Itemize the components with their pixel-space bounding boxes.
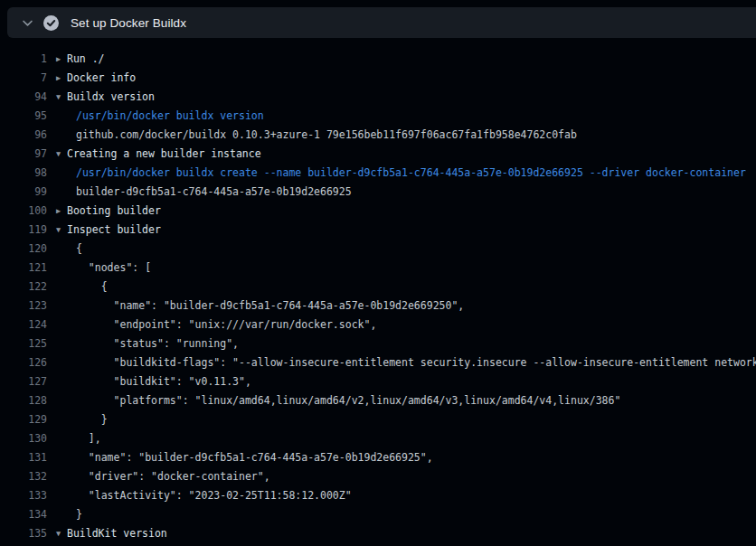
line-number[interactable]: 96 <box>0 126 47 145</box>
group-label: Creating a new builder instance <box>67 147 261 160</box>
group-label: Buildx version <box>67 90 155 103</box>
log-line: 130 ], <box>0 429 756 448</box>
group-toggle[interactable]: ▶Docker info <box>47 69 756 88</box>
log-line: 123 "name": "builder-d9cfb5a1-c764-445a-… <box>0 297 756 315</box>
log-line: 121 "nodes": [ <box>0 259 756 278</box>
log-line: 125 "status": "running", <box>0 334 756 353</box>
log-text: "platforms": "linux/amd64,linux/amd64/v2… <box>47 391 756 410</box>
group-toggle[interactable]: ▼Buildx version <box>47 88 756 107</box>
line-number[interactable]: 98 <box>0 164 47 183</box>
group-label: Inspect builder <box>67 223 161 236</box>
chevron-down-icon <box>21 16 33 29</box>
check-circle-icon <box>43 15 59 31</box>
line-number[interactable]: 100 <box>0 202 47 221</box>
line-number[interactable]: 133 <box>0 486 47 505</box>
actions-log-viewer: Set up Docker Buildx 1 ▶Run ./ 7 ▶Docker… <box>0 0 756 546</box>
triangle-down-icon: ▼ <box>56 524 67 543</box>
line-number[interactable]: 129 <box>0 410 47 429</box>
line-number[interactable]: 130 <box>0 429 47 448</box>
log-line: 1 ▶Run ./ <box>0 50 756 69</box>
log-text: { <box>47 278 756 297</box>
line-number[interactable]: 94 <box>0 88 47 107</box>
log-text: "lastActivity": "2023-02-25T11:58:12.000… <box>47 486 756 505</box>
triangle-right-icon: ▶ <box>56 69 67 88</box>
line-number[interactable]: 124 <box>0 315 47 334</box>
line-number[interactable]: 122 <box>0 278 47 297</box>
line-number[interactable]: 135 <box>0 524 47 543</box>
line-number[interactable]: 131 <box>0 448 47 467</box>
line-number[interactable]: 121 <box>0 259 47 278</box>
log-text: "status": "running", <box>47 334 756 353</box>
log-text: } <box>47 505 756 524</box>
log-line: 129 } <box>0 410 756 429</box>
line-number[interactable]: 126 <box>0 353 47 372</box>
log-text: /usr/bin/docker buildx create --name bui… <box>47 164 756 183</box>
group-toggle[interactable]: ▼Creating a new builder instance <box>47 145 756 164</box>
log-line: 132 "driver": "docker-container", <box>0 467 756 486</box>
log-line: 135 ▼BuildKit version <box>0 524 756 543</box>
log-text: "driver": "docker-container", <box>47 467 756 486</box>
log-line: 97 ▼Creating a new builder instance <box>0 145 756 164</box>
log-output: 1 ▶Run ./ 7 ▶Docker info 94 ▼Buildx vers… <box>0 38 756 546</box>
group-toggle[interactable]: ▶Run ./ <box>47 50 756 69</box>
log-line: 133 "lastActivity": "2023-02-25T11:58:12… <box>0 486 756 505</box>
log-text: { <box>47 240 756 259</box>
group-label: Docker info <box>67 71 136 84</box>
group-label: Run ./ <box>67 52 105 65</box>
log-text: "nodes": [ <box>47 259 756 278</box>
triangle-down-icon: ▼ <box>56 145 67 164</box>
step-header[interactable]: Set up Docker Buildx <box>7 7 756 38</box>
log-line: 98 /usr/bin/docker buildx create --name … <box>0 164 756 183</box>
line-number[interactable]: 97 <box>0 145 47 164</box>
group-label: BuildKit version <box>67 527 167 540</box>
log-line: 95 /usr/bin/docker buildx version <box>0 107 756 126</box>
group-toggle[interactable]: ▼Inspect builder <box>47 221 756 240</box>
line-number[interactable]: 119 <box>0 221 47 240</box>
line-number[interactable]: 128 <box>0 391 47 410</box>
log-text: "buildkitd-flags": "--allow-insecure-ent… <box>47 353 756 372</box>
log-line: 131 "name": "builder-d9cfb5a1-c764-445a-… <box>0 448 756 467</box>
log-line: 100 ▶Booting builder <box>0 202 756 221</box>
line-number[interactable]: 127 <box>0 372 47 391</box>
log-line: 134 } <box>0 505 756 524</box>
log-text: github.com/docker/buildx 0.10.3+azure-1 … <box>47 126 756 145</box>
log-line: 127 "buildkit": "v0.11.3", <box>0 372 756 391</box>
log-text: "buildkit": "v0.11.3", <box>47 372 756 391</box>
triangle-right-icon: ▶ <box>56 50 67 69</box>
line-number[interactable]: 120 <box>0 240 47 259</box>
group-label: Booting builder <box>67 204 161 217</box>
step-title: Set up Docker Buildx <box>71 16 186 30</box>
log-line: 99 builder-d9cfb5a1-c764-445a-a57e-0b19d… <box>0 183 756 202</box>
log-text: "name": "builder-d9cfb5a1-c764-445a-a57e… <box>47 297 756 315</box>
line-number[interactable]: 134 <box>0 505 47 524</box>
log-line: 124 "endpoint": "unix:///var/run/docker.… <box>0 315 756 334</box>
log-text: /usr/bin/docker buildx version <box>47 107 756 126</box>
log-text: ], <box>47 429 756 448</box>
log-line: 120 { <box>0 240 756 259</box>
log-line: 96 github.com/docker/buildx 0.10.3+azure… <box>0 126 756 145</box>
log-line: 128 "platforms": "linux/amd64,linux/amd6… <box>0 391 756 410</box>
line-number[interactable]: 1 <box>0 50 47 69</box>
triangle-right-icon: ▶ <box>56 202 67 221</box>
log-text: "name": "builder-d9cfb5a1-c764-445a-a57e… <box>47 448 756 467</box>
triangle-down-icon: ▼ <box>56 88 67 107</box>
line-number[interactable]: 125 <box>0 334 47 353</box>
line-number[interactable]: 95 <box>0 107 47 126</box>
line-number[interactable]: 7 <box>0 69 47 88</box>
log-text: builder-d9cfb5a1-c764-445a-a57e-0b19d2e6… <box>47 183 756 202</box>
line-number[interactable]: 99 <box>0 183 47 202</box>
line-number[interactable]: 123 <box>0 297 47 315</box>
line-number[interactable]: 132 <box>0 467 47 486</box>
triangle-down-icon: ▼ <box>56 221 67 240</box>
group-toggle[interactable]: ▼BuildKit version <box>47 524 756 543</box>
log-text: } <box>47 410 756 429</box>
log-text: "endpoint": "unix:///var/run/docker.sock… <box>47 315 756 334</box>
log-line: 119 ▼Inspect builder <box>0 221 756 240</box>
log-line: 122 { <box>0 278 756 297</box>
log-line: 94 ▼Buildx version <box>0 88 756 107</box>
group-toggle[interactable]: ▶Booting builder <box>47 202 756 221</box>
log-line: 126 "buildkitd-flags": "--allow-insecure… <box>0 353 756 372</box>
log-line: 7 ▶Docker info <box>0 69 756 88</box>
